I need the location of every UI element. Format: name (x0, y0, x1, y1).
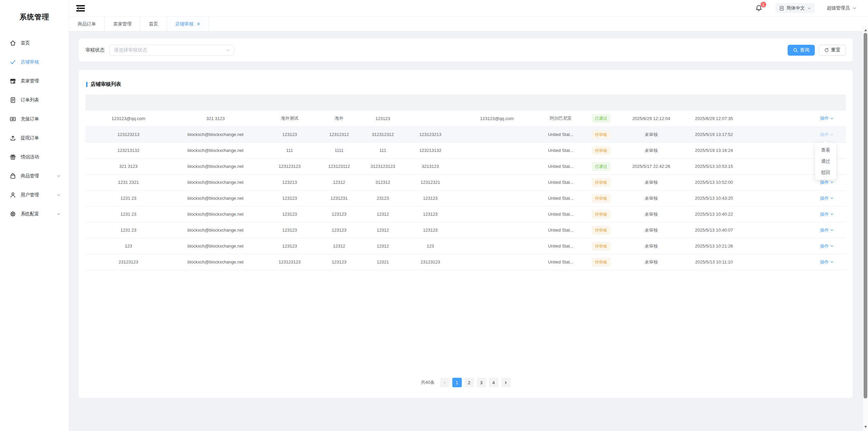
upload-icon (9, 135, 16, 141)
cell-real-name: 1111 (320, 142, 358, 158)
language-selector[interactable]: 简体中文 (775, 3, 815, 13)
cell-email (454, 174, 540, 190)
cell-email (454, 238, 540, 254)
status-badge: 待审核 (592, 146, 610, 155)
dropdown-item-reject[interactable]: 驳回 (815, 167, 836, 178)
row-action-link[interactable]: 操作 (820, 227, 834, 233)
sidebar-item-order-list[interactable]: 订单列表 (0, 91, 69, 110)
pagination-prev-button[interactable] (440, 378, 450, 387)
cell-user-id: 1231 23 (85, 206, 171, 222)
sidebar-item-system-config[interactable]: 系统配置 (0, 204, 69, 223)
reset-button[interactable]: 重置 (819, 45, 846, 56)
row-action-link[interactable]: 操作 (820, 259, 834, 265)
gift-icon (9, 154, 16, 160)
row-action-link[interactable]: 操作 (820, 195, 834, 201)
dropdown-item-approve[interactable]: 通过 (815, 156, 836, 167)
cell-audit-time: 未审核 (621, 190, 682, 206)
pagination-page-3[interactable]: 3 (477, 378, 486, 387)
cell-apply-time: 2025/5/13 10:43:20 (682, 190, 746, 206)
row-action-label: 操作 (820, 179, 829, 185)
pagination-page-4[interactable]: 4 (489, 378, 498, 387)
cell-action: 操作 (808, 238, 846, 254)
row-action-link[interactable]: 操作 (820, 211, 834, 217)
close-icon[interactable] (197, 22, 200, 26)
cell-remark (746, 111, 808, 126)
table-row: 123 blockxch@blockxchange.net 123123 123… (85, 238, 846, 254)
cell-shop-name: 123123123 (260, 254, 320, 270)
sidebar-item-label: 充值订单 (21, 116, 39, 122)
home-icon (9, 40, 16, 46)
refresh-icon (824, 48, 829, 53)
sidebar-item-home[interactable]: 首页 (0, 34, 69, 53)
search-button[interactable]: 查询 (788, 45, 815, 56)
pagination-page-1[interactable]: 1 (452, 378, 462, 387)
cell-apply-time: 2025/5/13 10:21:26 (682, 238, 746, 254)
scrollbar-up-arrow[interactable] (864, 28, 867, 31)
sidebar-menu: 首页 店铺审核 卖家管理 订单列表 (0, 34, 69, 223)
sidebar-item-recharge-orders[interactable]: 充值订单 (0, 110, 69, 129)
table-row: 1231 23 blockxch@blockxchange.net 123123… (85, 190, 846, 206)
row-action-label: 操作 (820, 115, 829, 121)
cell-remark (746, 174, 808, 190)
sidebar-item-seller-management[interactable]: 卖家管理 (0, 72, 69, 91)
sidebar-item-label: 情侣活动 (21, 154, 39, 160)
topbar-right: 1 简体中文 超级管理员 (755, 3, 857, 13)
row-action-link[interactable]: 操作 (820, 243, 834, 249)
column-header (621, 95, 682, 111)
cell-country: United Stat... (540, 126, 581, 142)
tab-product-orders[interactable]: 商品订单 (69, 17, 105, 31)
cell-real-name: 123123 (320, 206, 358, 222)
cell-referrer: blockxch@blockxchange.net (171, 158, 259, 174)
status-badge: 待审核 (592, 210, 610, 218)
tab-home[interactable]: 首页 (140, 17, 167, 31)
dropdown-item-view[interactable]: 查看 (815, 144, 836, 156)
cell-id-number: 12312 (358, 238, 407, 254)
cell-action: 操作 (808, 111, 846, 126)
pagination-page-2[interactable]: 2 (465, 378, 474, 387)
sidebar-item-couple-activity[interactable]: 情侣活动 (0, 148, 69, 166)
cell-real-name: 12312 (320, 174, 358, 190)
row-action-link[interactable]: 操作 (820, 115, 834, 121)
scrollbar-down-arrow[interactable] (864, 426, 867, 429)
cell-user-id: 321 3123 (85, 158, 171, 174)
tab-seller-management[interactable]: 卖家管理 (105, 17, 140, 31)
cell-country: United Stat... (540, 238, 581, 254)
column-header (808, 95, 846, 111)
cell-phone: 123213132 (407, 142, 454, 158)
cell-status: 待审核 (581, 206, 621, 222)
row-action-link[interactable]: 操作 (820, 179, 834, 185)
cell-apply-time: 2025/5/19 13:16:24 (682, 142, 746, 158)
sidebar-item-label: 订单列表 (21, 97, 39, 103)
table-header-row (85, 95, 846, 111)
scrollbar-thumb[interactable] (864, 33, 867, 398)
user-menu[interactable]: 超级管理员 (827, 5, 857, 11)
pagination-next-button[interactable] (501, 378, 511, 387)
sidebar: 系统管理 首页 店铺审核 卖家管理 (0, 0, 69, 431)
cell-referrer: blockxch@blockxchange.net (171, 142, 259, 158)
cell-real-name: 12312 (320, 238, 358, 254)
cell-real-name: 123123112 (320, 158, 358, 174)
column-header (320, 95, 358, 111)
cell-id-number: 12312 (358, 222, 407, 238)
cell-country: 阿尔巴尼亚 (540, 111, 581, 126)
table-body: 123123@qq.com 321 3123 海外测试 海外 123123 12… (85, 111, 846, 270)
status-badge: 待审核 (592, 226, 610, 234)
audit-status-select[interactable]: 请选择审核状态 (110, 45, 234, 56)
sidebar-collapse-button[interactable] (76, 5, 85, 12)
sidebar-item-user-management[interactable]: 用户管理 (0, 185, 69, 204)
page-scrollbar (863, 25, 868, 431)
cell-phone: 123123 (407, 190, 454, 206)
cell-country: United Stat... (540, 206, 581, 222)
sidebar-item-shop-audit[interactable]: 店铺审核 (0, 53, 69, 72)
row-action-link[interactable]: 操作 (820, 132, 834, 138)
cell-phone: 123123 (407, 206, 454, 222)
cell-remark (746, 190, 808, 206)
cell-id-number: 312312312 (358, 126, 407, 142)
reset-button-label: 重置 (831, 47, 841, 53)
notification-button[interactable]: 1 (755, 4, 763, 12)
tab-shop-audit[interactable]: 店铺审核 (167, 17, 209, 31)
topbar: 1 简体中文 超级管理员 (69, 0, 868, 16)
sidebar-item-product-management[interactable]: 商品管理 (0, 166, 69, 185)
user-icon (9, 192, 16, 198)
sidebar-item-withdrawal-orders[interactable]: 提现订单 (0, 129, 69, 148)
